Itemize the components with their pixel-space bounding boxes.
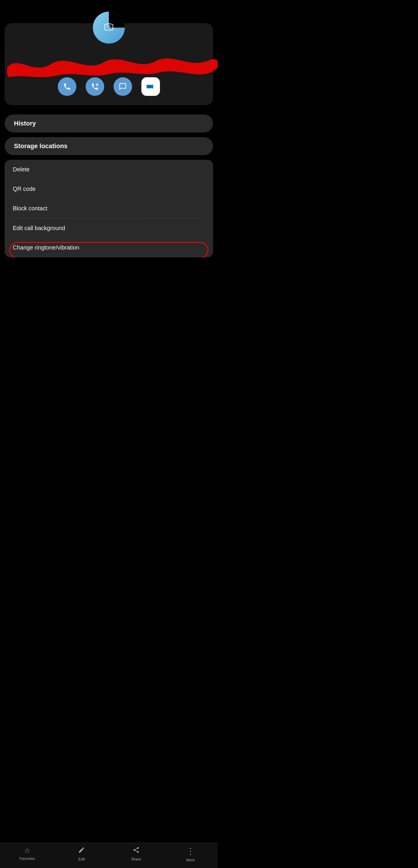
message-button[interactable] bbox=[114, 77, 132, 96]
block-contact-item[interactable]: Block contact bbox=[5, 199, 213, 218]
google-meet-button[interactable] bbox=[141, 77, 160, 96]
call-button[interactable] bbox=[58, 77, 76, 96]
edit-call-background-item[interactable]: Edit call background bbox=[5, 218, 213, 238]
menu-section: History Storage locations bbox=[5, 115, 213, 155]
action-buttons-row bbox=[11, 73, 206, 98]
avatar-container bbox=[11, 11, 206, 43]
change-ringtone-container: Change ringtone/vibration bbox=[5, 238, 213, 257]
svg-point-0 bbox=[96, 84, 97, 85]
contact-card bbox=[5, 23, 213, 105]
svg-rect-5 bbox=[147, 85, 152, 88]
change-ringtone-item[interactable]: Change ringtone/vibration bbox=[5, 238, 213, 257]
dropdown-menu: Delete QR code Block contact Edit call b… bbox=[5, 160, 213, 257]
history-button[interactable]: History bbox=[5, 115, 213, 132]
svg-point-2 bbox=[96, 85, 97, 86]
svg-point-1 bbox=[97, 84, 98, 85]
camera-icon bbox=[104, 22, 114, 34]
delete-item[interactable]: Delete bbox=[5, 160, 213, 179]
avatar bbox=[93, 11, 125, 43]
call-keypad-button[interactable] bbox=[86, 77, 104, 96]
svg-point-3 bbox=[97, 85, 98, 86]
qr-code-item[interactable]: QR code bbox=[5, 179, 213, 199]
storage-locations-button[interactable]: Storage locations bbox=[5, 137, 213, 155]
